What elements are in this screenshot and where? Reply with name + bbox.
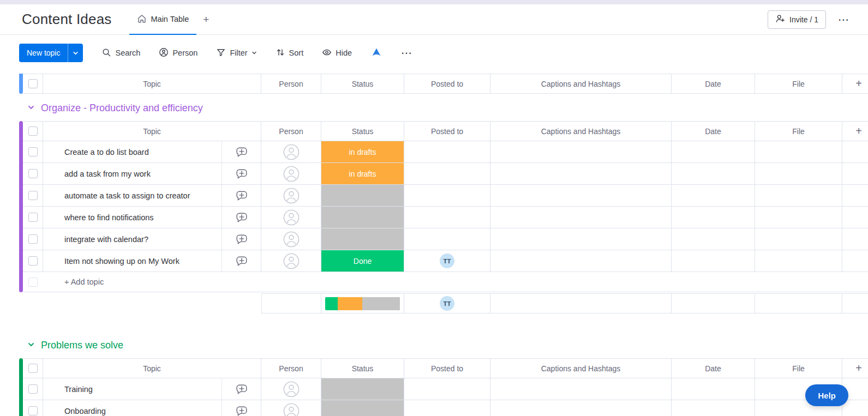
posted-to-cell[interactable] [404,228,490,250]
posted-to-cell[interactable] [404,185,490,206]
search-button[interactable]: Search [101,47,140,59]
posted-to-cell[interactable] [404,163,490,184]
new-topic-label[interactable]: New topic [19,44,68,62]
column-header-person[interactable]: Person [261,122,321,141]
row-checkbox[interactable] [28,256,38,266]
topic-cell[interactable]: Item not showing up on My Work [43,250,261,272]
column-header-captions[interactable]: Captions and Hashtags [490,74,672,93]
table-row[interactable]: automate a task to assign to creator [23,185,868,207]
file-cell[interactable] [755,185,842,206]
column-header-topic[interactable]: Topic [43,359,261,378]
table-row[interactable]: Item not showing up on My Work Done TT [23,250,868,272]
column-header-status[interactable]: Status [321,122,404,141]
summary-status-cell[interactable] [321,294,404,313]
table-row[interactable]: Onboarding [23,400,868,416]
add-update-icon[interactable] [222,400,261,416]
add-column-button[interactable]: + [842,122,868,141]
column-header-person[interactable]: Person [261,74,321,93]
person-cell[interactable] [261,250,321,272]
topic-cell[interactable]: Training [43,378,261,400]
group-collapse-chevron-icon[interactable] [27,340,35,351]
ai-assistant-button[interactable] [370,46,382,60]
status-cell[interactable] [321,378,404,400]
column-header-captions[interactable]: Captions and Hashtags [490,122,672,141]
posted-to-cell[interactable] [404,207,490,228]
person-cell[interactable] [261,207,321,228]
column-header-status[interactable]: Status [321,74,404,93]
group-title-label[interactable]: Organize - Productivity and efficiency [41,103,203,114]
group-title-label[interactable]: Problems we solve [41,340,123,351]
tab-main-table[interactable]: Main Table [129,4,197,35]
date-cell[interactable] [672,185,755,206]
group-collapse-chevron-icon[interactable] [27,103,35,114]
add-column-button[interactable]: + [842,359,868,378]
table-row[interactable]: integrate with calendar? [23,228,868,250]
add-update-icon[interactable] [222,228,261,250]
row-checkbox[interactable] [28,384,38,394]
date-cell[interactable] [672,163,755,184]
topic-cell[interactable]: integrate with calendar? [43,228,261,250]
filter-button[interactable]: Filter [216,47,256,59]
table-row[interactable]: where to find notifications [23,207,868,228]
new-topic-button[interactable]: New topic [19,44,83,62]
sort-button[interactable]: Sort [276,47,304,59]
column-header-date[interactable]: Date [672,74,755,93]
status-cell[interactable]: Done [321,250,404,272]
add-topic-button[interactable]: + Add topic [43,278,104,286]
topic-cell[interactable]: Onboarding [43,400,261,416]
topic-cell[interactable]: automate a task to assign to creator [43,185,261,206]
status-cell[interactable] [321,185,404,206]
row-checkbox[interactable] [28,147,38,156]
column-header-person[interactable]: Person [261,359,321,378]
posted-to-cell[interactable]: TT [404,250,490,272]
posted-to-cell[interactable] [404,378,490,400]
table-row[interactable]: add a task from my work in drafts [23,163,868,185]
file-cell[interactable] [755,250,842,272]
column-header-captions[interactable]: Captions and Hashtags [490,359,672,378]
column-header-file[interactable]: File [755,74,842,93]
column-header-file[interactable]: File [755,359,842,378]
column-header-date[interactable]: Date [672,122,755,141]
add-update-icon[interactable] [222,163,261,184]
person-cell[interactable] [261,185,321,206]
date-cell[interactable] [672,141,755,162]
column-header-file[interactable]: File [755,122,842,141]
add-update-icon[interactable] [222,207,261,228]
column-header-status[interactable]: Status [321,359,404,378]
column-header-posted-to[interactable]: Posted to [404,122,490,141]
status-cell[interactable] [321,400,404,416]
add-column-button[interactable]: + [842,74,868,93]
captions-cell[interactable] [490,400,672,416]
captions-cell[interactable] [490,207,672,228]
file-cell[interactable] [755,141,842,162]
topic-cell[interactable]: add a task from my work [43,163,261,184]
person-cell[interactable] [261,141,321,162]
captions-cell[interactable] [490,163,672,184]
date-cell[interactable] [672,207,755,228]
captions-cell[interactable] [490,378,672,400]
add-update-icon[interactable] [222,185,261,206]
summary-posted-to-cell[interactable]: TT [404,294,490,313]
column-header-topic[interactable]: Topic [43,74,261,93]
add-update-icon[interactable] [222,141,261,162]
group-title-problems[interactable]: Problems we solve [27,340,868,351]
person-cell[interactable] [261,378,321,400]
date-cell[interactable] [672,228,755,250]
hide-button[interactable]: Hide [322,47,352,59]
file-cell[interactable] [755,228,842,250]
row-checkbox[interactable] [28,406,38,415]
date-cell[interactable] [672,250,755,272]
row-checkbox[interactable] [28,234,38,244]
person-filter-button[interactable]: Person [159,47,197,59]
table-row[interactable]: Create a to do list board in drafts [23,141,868,163]
column-header-posted-to[interactable]: Posted to [404,74,490,93]
select-all-checkbox[interactable] [28,364,38,373]
status-cell[interactable]: in drafts [321,163,404,184]
select-all-checkbox[interactable] [28,79,38,88]
board-more-options-button[interactable]: ⋯ [838,14,849,25]
add-update-icon[interactable] [222,250,261,272]
status-cell[interactable] [321,228,404,250]
file-cell[interactable] [755,207,842,228]
row-checkbox[interactable] [28,191,38,200]
status-distribution-bar[interactable] [325,297,400,310]
